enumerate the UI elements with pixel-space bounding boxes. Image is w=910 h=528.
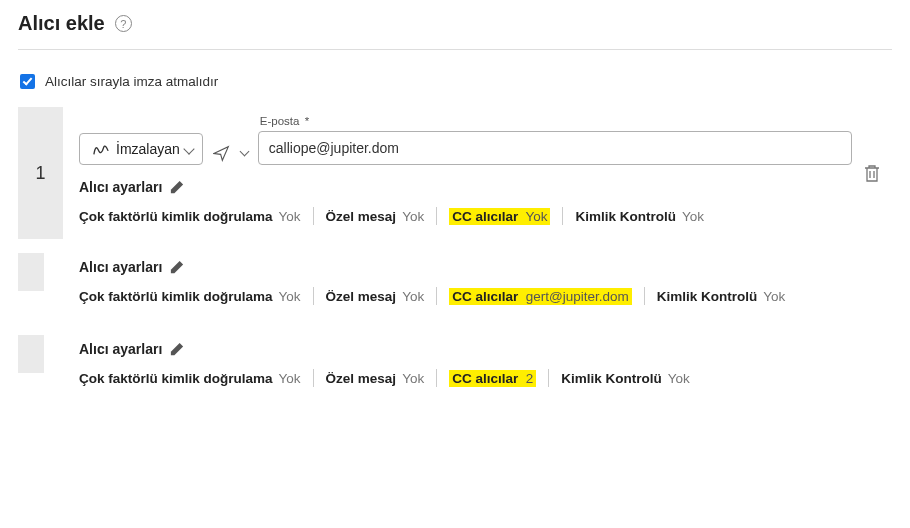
detail-cc: CC alıcılar Yok xyxy=(449,208,550,225)
edit-icon[interactable] xyxy=(170,260,184,274)
recipient-number-stub xyxy=(18,253,63,321)
detail-cc: CC alıcılar gert@jupiter.dom xyxy=(449,288,632,305)
detail-mfa: Çok faktörlü kimlik doğrulama Yok xyxy=(79,371,301,386)
details-row: Çok faktörlü kimlik doğrulama Yok Özel m… xyxy=(79,369,852,387)
delivery-icon[interactable] xyxy=(213,147,231,165)
detail-private-msg: Özel mesaj Yok xyxy=(326,371,425,386)
delivery-chevron-icon[interactable] xyxy=(239,147,249,157)
divider xyxy=(436,369,437,387)
detail-identity: Kimlik Kontrolü Yok xyxy=(561,371,690,386)
settings-title: Alıcı ayarları xyxy=(79,341,162,357)
divider xyxy=(436,207,437,225)
sign-icon xyxy=(92,142,108,156)
recipient-card-2: Alıcı ayarları Çok faktörlü kimlik doğru… xyxy=(18,253,892,321)
divider xyxy=(313,287,314,305)
email-input[interactable] xyxy=(258,131,852,165)
recipient-card-1: 1 İmzalayan E-posta * Alıcı ayarları xyxy=(18,107,892,239)
divider xyxy=(313,207,314,225)
sequential-signing-row: Alıcılar sırayla imza atmalıdır xyxy=(20,74,890,89)
detail-private-msg: Özel mesaj Yok xyxy=(326,209,425,224)
card-content: Alıcı ayarları Çok faktörlü kimlik doğru… xyxy=(79,335,852,403)
edit-icon[interactable] xyxy=(170,342,184,356)
edit-icon[interactable] xyxy=(170,180,184,194)
detail-cc: CC alıcılar 2 xyxy=(449,370,536,387)
section-header: Alıcı ekle ? xyxy=(18,12,892,50)
sequential-checkbox[interactable] xyxy=(20,74,35,89)
detail-mfa: Çok faktörlü kimlik doğrulama Yok xyxy=(79,209,301,224)
recipient-card-3: Alıcı ayarları Çok faktörlü kimlik doğru… xyxy=(18,335,892,403)
trash-icon[interactable] xyxy=(863,163,881,183)
delete-col xyxy=(852,253,892,321)
settings-row: Alıcı ayarları xyxy=(79,259,852,275)
checkmark-icon xyxy=(23,75,33,85)
divider xyxy=(548,369,549,387)
settings-row: Alıcı ayarları xyxy=(79,341,852,357)
settings-title: Alıcı ayarları xyxy=(79,259,162,275)
detail-identity: Kimlik Kontrolü Yok xyxy=(657,289,786,304)
settings-title: Alıcı ayarları xyxy=(79,179,162,195)
divider xyxy=(313,369,314,387)
role-dropdown[interactable]: İmzalayan xyxy=(79,133,203,165)
detail-mfa: Çok faktörlü kimlik doğrulama Yok xyxy=(79,289,301,304)
card-content: Alıcı ayarları Çok faktörlü kimlik doğru… xyxy=(79,253,852,321)
sequential-label: Alıcılar sırayla imza atmalıdır xyxy=(45,74,218,89)
divider xyxy=(436,287,437,305)
settings-row: Alıcı ayarları xyxy=(79,179,852,195)
input-row: İmzalayan E-posta * xyxy=(79,115,852,165)
help-icon[interactable]: ? xyxy=(115,15,132,32)
delete-col xyxy=(852,107,892,239)
detail-identity: Kimlik Kontrolü Yok xyxy=(575,209,704,224)
recipient-number-stub xyxy=(18,335,63,403)
role-label: İmzalayan xyxy=(116,141,180,157)
email-field-wrapper: E-posta * xyxy=(258,115,852,165)
delete-col xyxy=(852,335,892,403)
divider xyxy=(562,207,563,225)
details-row: Çok faktörlü kimlik doğrulama Yok Özel m… xyxy=(79,287,852,305)
detail-private-msg: Özel mesaj Yok xyxy=(326,289,425,304)
chevron-down-icon xyxy=(183,143,194,154)
page-title: Alıcı ekle xyxy=(18,12,105,35)
details-row: Çok faktörlü kimlik doğrulama Yok Özel m… xyxy=(79,207,852,225)
divider xyxy=(644,287,645,305)
recipient-number: 1 xyxy=(18,107,63,239)
email-label: E-posta * xyxy=(258,115,852,127)
card-content: İmzalayan E-posta * Alıcı ayarları Çok f… xyxy=(79,107,852,239)
